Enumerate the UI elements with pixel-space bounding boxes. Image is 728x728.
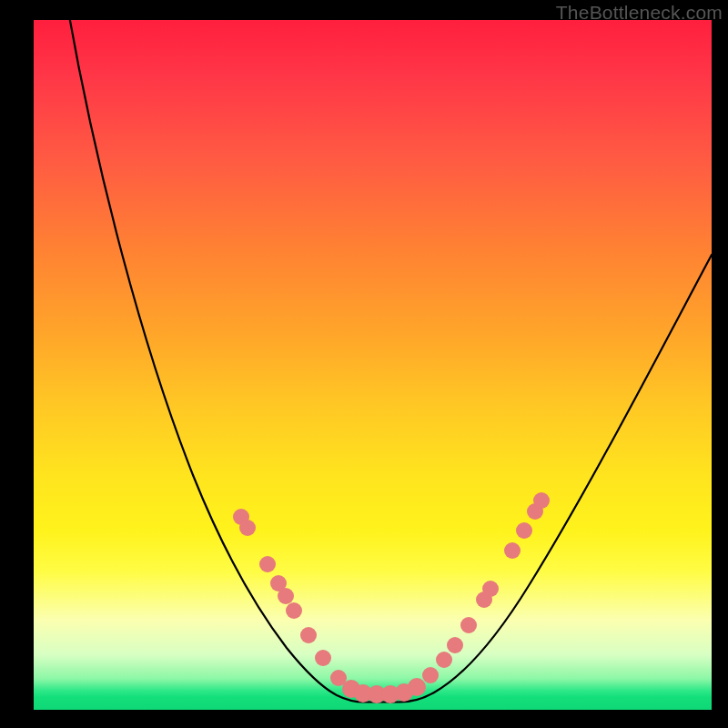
data-marker (300, 627, 317, 643)
chart-frame: TheBottleneck.com (0, 0, 728, 728)
data-marker (408, 678, 426, 696)
data-marker (504, 542, 521, 559)
data-marker (460, 617, 477, 633)
chart-overlay (34, 20, 712, 710)
watermark-text: TheBottleneck.com (556, 2, 723, 24)
data-marker (422, 667, 439, 683)
data-marker (447, 637, 463, 653)
data-marker (315, 650, 331, 666)
data-marker (516, 522, 532, 539)
data-marker (533, 492, 550, 509)
data-marker (259, 556, 276, 572)
bottleneck-curve (68, 11, 712, 703)
data-marker (286, 602, 302, 619)
data-marker (278, 588, 294, 604)
data-marker (239, 520, 256, 536)
data-marker (482, 581, 499, 597)
data-marker (436, 652, 452, 668)
marker-group (233, 492, 550, 703)
